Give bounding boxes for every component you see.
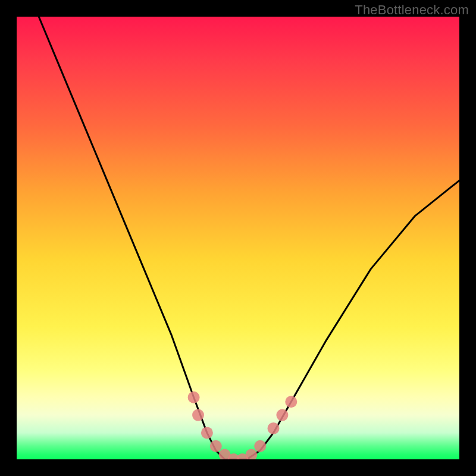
curve-marker (210, 440, 222, 452)
chart-frame: TheBottleneck.com (0, 0, 476, 476)
curve-marker (276, 409, 288, 421)
curve-marker (236, 453, 248, 459)
curve-marker (219, 449, 231, 459)
plot-area (17, 17, 459, 459)
watermark-text: TheBottleneck.com (355, 2, 469, 18)
curve-marker (245, 449, 257, 459)
curve-path (39, 17, 459, 459)
curve-marker (192, 409, 204, 421)
curve-marker (285, 396, 297, 408)
bottleneck-curve (17, 17, 459, 459)
marker-layer (188, 392, 298, 459)
curve-marker (188, 392, 200, 403)
curve-marker (254, 440, 266, 452)
curve-marker (201, 427, 213, 439)
curve-marker (268, 422, 280, 434)
curve-marker (228, 453, 240, 459)
